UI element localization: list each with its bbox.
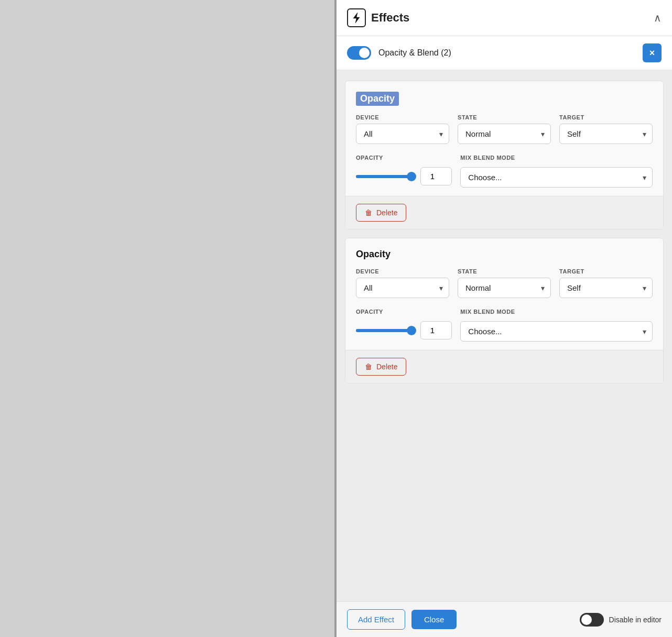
effect-card-2-device-select-wrapper: All Desktop Tablet Mobile xyxy=(356,278,449,298)
effect-card-1-delete-button[interactable]: 🗑 Delete xyxy=(356,204,406,222)
effect-card-2-state-select-wrapper: Normal Hover Focus Active xyxy=(458,278,551,298)
effect-card-2: Opacity DEVICE All Desktop Tablet Mobile xyxy=(345,238,664,383)
effect-card-1-title: Opacity xyxy=(356,92,399,106)
effect-card-2-device-select[interactable]: All Desktop Tablet Mobile xyxy=(356,278,449,298)
effect-card-2-device-label: DEVICE xyxy=(356,268,449,274)
effect-card-2-delete-label: Delete xyxy=(376,363,397,371)
effect-card-2-state-select[interactable]: Normal Hover Focus Active xyxy=(458,278,551,298)
effect-card-2-opacity-section: OPACITY xyxy=(356,306,452,339)
effect-card-1-opacity-label: OPACITY xyxy=(356,155,383,161)
effect-card-1-delete-label: Delete xyxy=(376,208,397,217)
effect-card-1-opacity-section: OPACITY xyxy=(356,152,452,185)
effect-card-2-slider-thumb[interactable] xyxy=(407,326,416,335)
effect-card-1-blend-section: MIX BLEND MODE Choose... Normal Multiply… xyxy=(460,152,653,188)
opacity-blend-label: Opacity & Blend (2) xyxy=(378,48,635,58)
effect-card-1-target-group: TARGET Self Children Parent xyxy=(559,114,653,144)
effect-card-1-target-select[interactable]: Self Children Parent xyxy=(559,124,653,144)
effect-card-2-slider-track[interactable] xyxy=(356,329,415,332)
effects-icon xyxy=(347,8,366,27)
effect-card-2-blend-select[interactable]: Choose... Normal Multiply Screen Overlay xyxy=(460,321,653,342)
effect-card-1-target-label: TARGET xyxy=(559,114,653,120)
effect-card-1-device-select[interactable]: All Desktop Tablet Mobile xyxy=(356,124,449,144)
effect-card-2-target-select-wrapper: Self Children Parent xyxy=(559,278,653,298)
disable-editor-toggle[interactable] xyxy=(580,613,604,627)
effect-card-1: Opacity DEVICE All Desktop Tablet Mobile xyxy=(345,81,664,229)
effect-card-2-blend-section: MIX BLEND MODE Choose... Normal Multiply… xyxy=(460,306,653,342)
effect-card-1-slider-track[interactable] xyxy=(356,175,415,178)
effects-panel: Effects ∧ Opacity & Blend (2) × Opacity … xyxy=(337,0,672,637)
effect-card-1-state-select-wrapper: Normal Hover Focus Active xyxy=(458,124,551,144)
add-effect-button[interactable]: Add Effect xyxy=(347,609,405,630)
trash-icon-1: 🗑 xyxy=(365,208,372,217)
effect-card-2-slider-fill xyxy=(356,329,413,332)
effect-card-2-state-group: STATE Normal Hover Focus Active xyxy=(458,268,551,298)
disable-editor-row: Disable in editor xyxy=(580,613,662,627)
svg-marker-0 xyxy=(353,13,360,23)
effect-card-1-slider-fill xyxy=(356,175,413,178)
effect-card-2-target-label: TARGET xyxy=(559,268,653,274)
opacity-blend-close-button[interactable]: × xyxy=(643,43,662,62)
collapse-icon[interactable]: ∧ xyxy=(654,12,662,24)
effect-card-2-device-group: DEVICE All Desktop Tablet Mobile xyxy=(356,268,449,298)
opacity-blend-toggle[interactable] xyxy=(347,46,371,60)
disable-editor-label: Disable in editor xyxy=(609,616,662,624)
effects-title: Effects xyxy=(371,11,648,25)
effect-card-1-state-select[interactable]: Normal Hover Focus Active xyxy=(458,124,551,144)
effect-card-2-delete-button[interactable]: 🗑 Delete xyxy=(356,358,406,376)
effect-card-2-slider-row xyxy=(356,321,452,339)
effect-card-1-footer: 🗑 Delete xyxy=(345,196,663,229)
effect-card-2-opacity-label: OPACITY xyxy=(356,309,383,315)
effect-card-1-opacity-blend-fields: OPACITY MIX BLEND MODE xyxy=(356,152,653,188)
effect-card-1-state-label: STATE xyxy=(458,114,551,120)
effect-card-1-state-group: STATE Normal Hover Focus Active xyxy=(458,114,551,144)
close-x-icon: × xyxy=(649,48,655,59)
canvas-area xyxy=(0,0,335,637)
effect-card-2-footer: 🗑 Delete xyxy=(345,350,663,383)
effect-card-1-device-select-wrapper: All Desktop Tablet Mobile xyxy=(356,124,449,144)
effect-card-1-device-label: DEVICE xyxy=(356,114,449,120)
effect-card-1-device-group: DEVICE All Desktop Tablet Mobile xyxy=(356,114,449,144)
effect-card-2-target-group: TARGET Self Children Parent xyxy=(559,268,653,298)
effects-header: Effects ∧ xyxy=(337,0,672,36)
trash-icon-2: 🗑 xyxy=(365,363,372,371)
effects-content[interactable]: Opacity DEVICE All Desktop Tablet Mobile xyxy=(337,70,672,601)
effect-card-2-opacity-blend-fields: OPACITY MIX BLEND MODE xyxy=(356,306,653,342)
effect-card-1-slider-row xyxy=(356,167,452,185)
effect-card-2-state-label: STATE xyxy=(458,268,551,274)
effect-card-2-opacity-input[interactable] xyxy=(420,321,452,339)
effect-card-2-target-select[interactable]: Self Children Parent xyxy=(559,278,653,298)
effect-card-1-field-row-1: DEVICE All Desktop Tablet Mobile STATE xyxy=(356,114,653,144)
effect-card-1-blend-select-wrapper: Choose... Normal Multiply Screen Overlay xyxy=(460,167,653,188)
effect-card-2-title: Opacity xyxy=(356,249,653,260)
opacity-blend-row: Opacity & Blend (2) × xyxy=(337,36,672,70)
effect-card-1-blend-label: MIX BLEND MODE xyxy=(460,155,515,161)
close-button[interactable]: Close xyxy=(411,610,457,629)
effect-card-1-opacity-input[interactable] xyxy=(420,167,452,185)
effect-card-1-slider-thumb[interactable] xyxy=(407,172,416,181)
effect-card-2-blend-select-wrapper: Choose... Normal Multiply Screen Overlay xyxy=(460,321,653,342)
bottom-bar: Add Effect Close Disable in editor xyxy=(337,601,672,637)
effect-card-2-blend-label: MIX BLEND MODE xyxy=(460,309,515,315)
effect-card-1-target-select-wrapper: Self Children Parent xyxy=(559,124,653,144)
effect-card-2-field-row-1: DEVICE All Desktop Tablet Mobile STATE xyxy=(356,268,653,298)
effect-card-1-blend-select[interactable]: Choose... Normal Multiply Screen Overlay xyxy=(460,167,653,188)
